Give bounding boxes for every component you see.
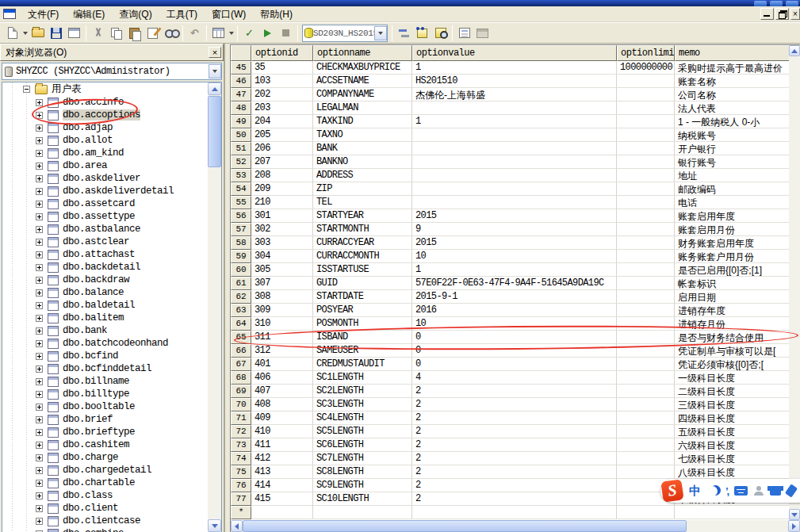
grid-cell-optionid[interactable]: 311 [251,331,313,344]
grid-cell-optionvalue[interactable]: 0 [412,331,617,344]
grid-cell-optionlimit[interactable] [617,277,675,290]
column-header-optionname[interactable]: optionname [313,45,412,61]
grid-cell-optionid[interactable]: 35 [251,61,313,75]
grid-cell-optionname[interactable]: SC3LENGTH [313,398,412,411]
grid-cell-optionvalue[interactable] [412,142,617,155]
grid-cell-optionname[interactable]: SAMEUSER [313,344,412,358]
expand-icon[interactable] [36,467,43,474]
object-search-button[interactable] [431,25,450,42]
row-number-cell[interactable]: 75 [231,465,251,479]
grid-cell-optionlimit[interactable] [617,75,675,88]
tree-item-askdeliver[interactable]: dbo.askdeliver [2,172,221,185]
grid-cell-optionid[interactable]: 310 [251,317,313,331]
grid-cell-optionname[interactable]: CURRACCYEAR [313,236,412,250]
stop-button[interactable] [277,25,295,42]
edit-button[interactable] [144,25,162,42]
grid-cell-optionvalue[interactable]: 2 [412,452,617,465]
grid-vertical-scrollbar[interactable] [789,45,800,520]
menu-window[interactable]: 窗口(W) [205,7,253,21]
expand-icon[interactable] [36,137,43,144]
grid-cell-memo[interactable]: 进销存年度 [675,304,800,317]
tree-item-charge[interactable]: dbo.charge [2,451,221,464]
grid-cell-optionid[interactable]: 303 [251,236,313,250]
grid-cell-optionname[interactable]: CHECKMAXBUYPRICE [313,61,412,75]
tree-item-bcfinddetail[interactable]: dbo.bcfinddetail [2,362,221,375]
grid-cell-optionname[interactable]: POSMONTH [313,317,412,331]
expand-icon[interactable] [36,404,43,411]
expand-icon[interactable] [36,150,43,157]
row-number-cell[interactable]: 68 [231,371,251,385]
grid-horizontal-scrollbar[interactable] [231,520,800,532]
grid-cell-optionlimit[interactable] [617,263,675,277]
scrollbar-track[interactable] [687,520,788,532]
grid-cell-optionname[interactable]: SC10LENGTH [313,492,412,506]
tree-item-bcfind[interactable]: dbo.bcfind [2,350,221,362]
tree-item-balitem[interactable]: dbo.balitem [2,312,221,324]
grid-cell-optionname[interactable]: ISSTARTUSE [313,263,412,277]
grid-cell-memo[interactable]: 八级科目长度 [675,465,800,479]
grid-cell-optionname[interactable]: STARTMONTH [313,223,412,236]
expand-icon[interactable] [36,289,43,297]
grid-cell-memo[interactable]: 账套启用年度 [675,209,800,223]
grid-cell-optionlimit[interactable] [617,438,675,452]
grid-cell-optionname[interactable]: ACCSETNAME [313,75,412,88]
new-query-button[interactable] [3,25,21,42]
grid-cell-optionlimit[interactable] [617,398,675,411]
column-header-memo[interactable]: memo [675,45,800,61]
grid-cell-optionid[interactable]: 409 [251,411,313,425]
column-header-optionid[interactable]: optionid [251,45,313,61]
scroll-down-icon[interactable] [208,519,221,532]
grid-cell-optionvalue[interactable]: 0 [412,358,617,371]
grid-cell-optionname[interactable]: TEL [313,196,412,209]
grid-cell-optionid[interactable]: 204 [251,115,313,128]
grid-cell-memo[interactable]: 1 - 一般纳税人 0-小 [675,115,800,128]
grid-cell-optionlimit[interactable] [617,155,675,169]
grid-cell-optionlimit[interactable] [617,331,675,344]
grid-cell-optionvalue[interactable]: HS201510 [412,75,617,88]
tree-item-assetcard[interactable]: dbo.assetcard [2,197,221,210]
tree-item-brief[interactable]: dbo.brief [2,413,221,426]
grid-cell-optionid[interactable]: 307 [251,277,313,290]
grid-cell-optionname[interactable]: SC1LENGTH [313,371,412,385]
expand-icon[interactable] [36,226,43,233]
cut-button[interactable] [89,25,107,42]
grid-cell-optionvalue[interactable]: 1 [412,61,617,75]
grid-cell-optionvalue[interactable]: 1 [412,263,617,277]
grid-cell-optionlimit[interactable] [617,250,675,263]
tree-item-balance[interactable]: dbo.balance [2,286,221,299]
soft-keyboard-icon[interactable] [734,486,748,496]
grid-cell-optionname[interactable]: ZIP [313,182,412,196]
grid-cell-optionid[interactable]: 206 [251,142,313,155]
tree-item-billtype[interactable]: dbo.billtype [2,388,221,400]
expand-icon[interactable] [36,327,43,335]
object-browser-button[interactable] [413,25,431,42]
tree-item-accinfo[interactable]: dbo.accinfo [2,96,221,109]
expand-icon[interactable] [36,264,43,271]
tree-item-astbalance[interactable]: dbo.astbalance [2,223,221,235]
row-number-cell[interactable]: 63 [231,304,251,317]
grid-cell-optionid[interactable]: 413 [251,465,313,479]
grid-cell-optionid[interactable]: 210 [251,196,313,209]
row-number-cell[interactable]: 70 [231,398,251,411]
find-button[interactable] [162,25,180,42]
grid-cell-memo[interactable]: 凭证制单与审核可以是[ [675,344,800,358]
row-number-cell[interactable]: 46 [231,75,251,88]
grid-cell-optionid[interactable]: 302 [251,223,313,236]
minimize-button[interactable] [760,8,774,20]
expand-icon[interactable] [36,480,43,487]
row-number-cell[interactable]: 58 [231,236,251,250]
expand-icon[interactable] [36,99,43,106]
grid-cell-optionid[interactable]: 411 [251,438,313,452]
grid-cell-optionid[interactable]: 401 [251,358,313,371]
tree-item-billname[interactable]: dbo.billname [2,375,221,388]
tree-item-booltable[interactable]: dbo.booltable [2,400,221,413]
grid-cell-optionid[interactable]: 410 [251,425,313,438]
grid-cell-memo[interactable]: 地址 [675,169,800,182]
tree-item-am_kind[interactable]: dbo.am_kind [2,147,221,159]
row-number-cell[interactable]: 45 [231,61,251,75]
results-grid-button[interactable] [209,25,228,42]
grid-cell-optionname[interactable]: SC9LENGTH [313,479,412,492]
grid-cell-optionlimit[interactable] [617,88,675,101]
tree-item-chartable[interactable]: dbo.chartable [2,477,221,489]
row-number-cell[interactable]: 51 [231,142,251,155]
